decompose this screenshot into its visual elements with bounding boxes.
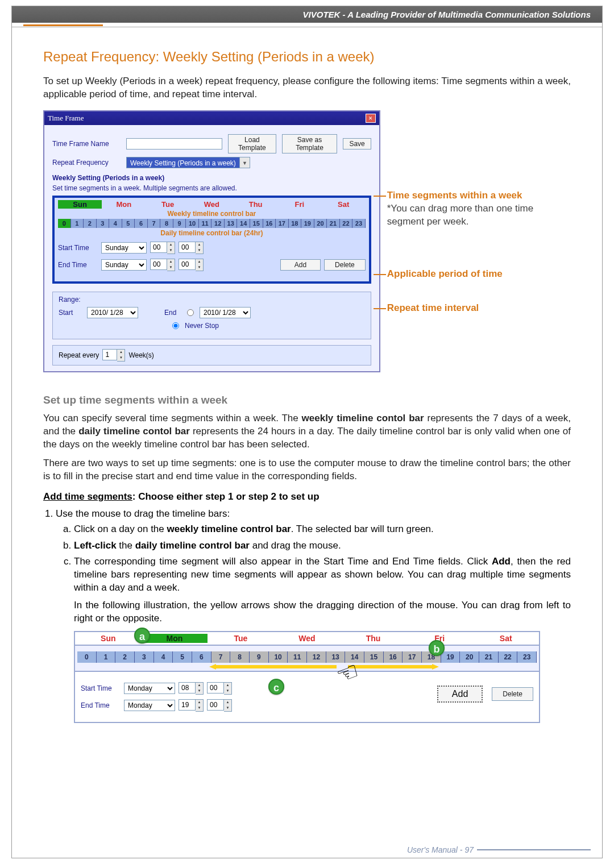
hour-cell[interactable]: 9: [250, 651, 269, 663]
end-date-radio[interactable]: [187, 309, 194, 316]
hour-cell[interactable]: 21: [479, 651, 499, 663]
hour-cell[interactable]: 1: [71, 219, 84, 228]
day-wed[interactable]: Wed: [190, 200, 234, 209]
start-day-select[interactable]: Sunday: [101, 242, 147, 254]
hour-cell[interactable]: 0: [58, 219, 71, 228]
hour-cell[interactable]: 17: [403, 651, 422, 663]
illus-day-mon[interactable]: Mon: [142, 634, 208, 643]
day-sat[interactable]: Sat: [322, 200, 366, 209]
day-tue[interactable]: Tue: [146, 200, 190, 209]
hour-cell[interactable]: 3: [97, 219, 110, 228]
delete-button[interactable]: Delete: [324, 259, 366, 271]
illus-start-min-spinner[interactable]: ▲▼: [207, 682, 232, 695]
hour-cell[interactable]: 8: [230, 651, 250, 663]
illus-end-day-select[interactable]: Monday: [124, 700, 175, 711]
day-thu[interactable]: Thu: [234, 200, 277, 209]
illus-end-min-input[interactable]: [207, 699, 224, 711]
hour-cell[interactable]: 11: [199, 219, 212, 228]
repeat-frequency-select[interactable]: Weekly Setting (Periods in a week) ▼: [126, 157, 250, 168]
end-day-select[interactable]: Sunday: [101, 259, 147, 271]
start-date-select[interactable]: 2010/ 1/28: [87, 307, 138, 318]
hour-cell[interactable]: 2: [115, 651, 135, 663]
time-frame-name-input[interactable]: [126, 138, 222, 149]
hour-cell[interactable]: 5: [122, 219, 135, 228]
hour-cell[interactable]: 4: [109, 219, 122, 228]
hour-cell[interactable]: 7: [148, 219, 161, 228]
calendar-frame: Sun Mon Tue Wed Thu Fri Sat Weekly timel…: [52, 196, 371, 284]
illus-end-hour-input[interactable]: [179, 699, 196, 711]
add-button[interactable]: Add: [280, 259, 321, 271]
illus-day-thu[interactable]: Thu: [340, 634, 406, 643]
day-fri[interactable]: Fri: [277, 200, 321, 209]
end-date-select[interactable]: 2010/ 1/28: [200, 307, 251, 318]
week-days-row[interactable]: Sun Mon Tue Wed Thu Fri Sat: [58, 200, 366, 209]
hour-cell[interactable]: 22: [340, 219, 353, 228]
end-hour-input[interactable]: [150, 259, 167, 270]
hour-cell[interactable]: 19: [301, 219, 314, 228]
illus-start-min-input[interactable]: [207, 682, 224, 693]
day-sun[interactable]: Sun: [58, 200, 102, 209]
hour-cell[interactable]: 16: [263, 219, 276, 228]
illus-start-day-select[interactable]: Monday: [124, 683, 175, 694]
illus-hours-row[interactable]: 0 1 2 3 4 5 6 7 8 9 10 11 12 13 14 15 16: [77, 651, 537, 663]
illus-day-tue[interactable]: Tue: [208, 634, 274, 643]
annotations: Time segments within a week *You can dra…: [387, 110, 571, 337]
hour-cell[interactable]: 6: [192, 651, 211, 663]
illus-day-sun[interactable]: Sun: [75, 634, 142, 643]
hour-cell[interactable]: 13: [225, 219, 238, 228]
hour-cell[interactable]: 10: [269, 651, 288, 663]
start-min-spinner[interactable]: ▲▼: [179, 242, 204, 254]
repeat-spinner[interactable]: ▲▼: [102, 349, 125, 362]
hour-cell[interactable]: 11: [288, 651, 307, 663]
illus-day-sat[interactable]: Sat: [472, 634, 539, 643]
hour-cell[interactable]: 12: [307, 651, 326, 663]
hour-cell[interactable]: 5: [173, 651, 192, 663]
hour-cell[interactable]: 21: [327, 219, 340, 228]
hour-cell[interactable]: 20: [460, 651, 479, 663]
hour-cell[interactable]: 15: [250, 219, 263, 228]
start-hour-spinner[interactable]: ▲▼: [150, 242, 175, 254]
start-hour-input[interactable]: [150, 242, 167, 253]
hour-cell[interactable]: 7: [211, 651, 231, 663]
hour-cell[interactable]: 4: [154, 651, 173, 663]
hour-cell[interactable]: 19: [441, 651, 460, 663]
hour-cell[interactable]: 17: [276, 219, 289, 228]
hour-cell[interactable]: 3: [135, 651, 154, 663]
hour-cell[interactable]: 8: [160, 219, 173, 228]
hour-cell[interactable]: 6: [135, 219, 148, 228]
hour-cell[interactable]: 10: [186, 219, 199, 228]
hour-cell[interactable]: 20: [314, 219, 327, 228]
end-hour-spinner[interactable]: ▲▼: [150, 259, 175, 271]
start-min-input[interactable]: [179, 242, 196, 253]
save-button[interactable]: Save: [343, 138, 371, 149]
never-stop-radio[interactable]: [172, 322, 179, 329]
illus-start-hour-input[interactable]: [179, 682, 196, 693]
illus-add-button[interactable]: Add: [437, 686, 483, 703]
hour-cell[interactable]: 22: [499, 651, 518, 663]
end-min-input[interactable]: [179, 259, 196, 270]
save-as-template-button[interactable]: Save as Template: [282, 134, 338, 153]
close-icon[interactable]: ×: [366, 114, 376, 123]
hour-cell[interactable]: 23: [517, 651, 537, 663]
illus-end-min-spinner[interactable]: ▲▼: [207, 699, 232, 712]
end-min-spinner[interactable]: ▲▼: [179, 259, 204, 271]
hour-cell[interactable]: 0: [77, 651, 97, 663]
hour-cell[interactable]: 14: [237, 219, 250, 228]
hour-cell[interactable]: 15: [364, 651, 384, 663]
illus-end-hour-spinner[interactable]: ▲▼: [179, 699, 204, 712]
hour-cell[interactable]: 1: [97, 651, 116, 663]
repeat-value-input[interactable]: [102, 349, 117, 360]
illus-delete-button[interactable]: Delete: [492, 687, 533, 701]
hour-cell[interactable]: 23: [352, 219, 366, 228]
illus-start-hour-spinner[interactable]: ▲▼: [179, 682, 204, 695]
hour-cell[interactable]: 18: [289, 219, 302, 228]
add-time-segments-heading: Add time segments: Choose either step 1 …: [43, 491, 571, 502]
hour-cell[interactable]: 2: [84, 219, 97, 228]
hour-cell[interactable]: 12: [211, 219, 225, 228]
hour-cell[interactable]: 9: [173, 219, 186, 228]
illus-day-wed[interactable]: Wed: [274, 634, 341, 643]
day-mon[interactable]: Mon: [102, 200, 146, 209]
hour-cell[interactable]: 16: [384, 651, 403, 663]
hours-row[interactable]: 0 1 2 3 4 5 6 7 8 9 10 11 12: [58, 219, 366, 228]
load-template-button[interactable]: Load Template: [228, 134, 276, 153]
